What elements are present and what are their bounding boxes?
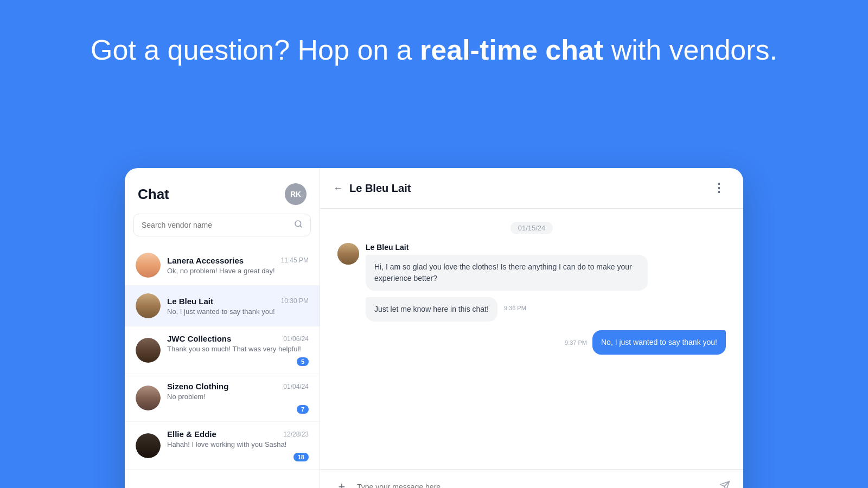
chat-preview: No problem! — [167, 393, 309, 401]
msg-content-incoming: Le Bleu Lait Hi, I am so glad you love t… — [366, 243, 648, 322]
message-group-outgoing: 9:37 PM No, I just wanted to say thank y… — [337, 330, 726, 357]
svg-line-1 — [300, 226, 302, 227]
unread-badge: 7 — [297, 405, 309, 414]
msg-bubble-outgoing: No, I just wanted to say thank you! — [592, 330, 726, 355]
hero-text-before: Got a question? Hop on a — [91, 34, 420, 66]
msg-bubble-2: Just let me know here in this chat! — [366, 297, 497, 322]
message-input-area: + — [320, 469, 743, 488]
chat-time: 12/28/23 — [283, 431, 309, 438]
msg-sender-name: Le Bleu Lait — [366, 243, 648, 252]
msg-avatar-lebleu — [337, 243, 359, 265]
chat-info-jwc: JWC Collections 01/06/24 Thank you so mu… — [167, 334, 309, 366]
chat-header-name: Le Bleu Lait — [349, 182, 411, 195]
chat-info-lebleu: Le Bleu Lait 10:30 PM No, I just wanted … — [167, 297, 309, 316]
chat-name: Le Bleu Lait — [167, 297, 213, 306]
back-arrow-icon[interactable]: ← — [333, 183, 343, 194]
avatar-ellie — [136, 433, 161, 458]
message-group-incoming: Le Bleu Lait Hi, I am so glad you love t… — [337, 243, 726, 322]
avatar-lebleu — [136, 293, 161, 318]
chat-header: ← Le Bleu Lait ⋮ — [320, 168, 743, 209]
chat-name: JWC Collections — [167, 334, 231, 343]
chat-header-left: ← Le Bleu Lait — [333, 182, 411, 195]
chat-preview: Hahah! I love working with you Sasha! — [167, 440, 309, 448]
chat-info-sizeno: Sizeno Clothing 01/04/24 No problem! 7 — [167, 382, 309, 414]
msg-time-1: 9:36 PM — [504, 305, 526, 311]
chat-info-ellie: Ellie & Eddie 12/28/23 Hahah! I love wor… — [167, 429, 309, 461]
chat-name: Lanera Accessories — [167, 256, 244, 265]
chat-name-row: Sizeno Clothing 01/04/24 — [167, 382, 309, 391]
search-input[interactable] — [142, 221, 290, 229]
chat-time: 01/04/24 — [283, 383, 309, 390]
attach-button[interactable]: + — [333, 478, 350, 488]
hero-text-after: with vendors. — [603, 34, 777, 66]
msg-bubble-1: Hi, I am so glad you love the clothes! I… — [366, 255, 648, 291]
messages-area: 01/15/24 Le Bleu Lait Hi, I am so glad y… — [320, 209, 743, 469]
chat-item-sizeno[interactable]: Sizeno Clothing 01/04/24 No problem! 7 — [125, 374, 320, 422]
chat-item-jwc[interactable]: JWC Collections 01/06/24 Thank you so mu… — [125, 326, 320, 374]
second-message-row: Just let me know here in this chat! 9:36… — [366, 294, 648, 322]
chat-name-row: Ellie & Eddie 12/28/23 — [167, 429, 309, 439]
chat-sidebar: Chat RK — [125, 168, 320, 488]
date-divider: 01/15/24 — [510, 222, 553, 234]
main-chat-panel: ← Le Bleu Lait ⋮ 01/15/24 Le Bleu Lait H… — [320, 168, 743, 488]
hero-headline: Got a question? Hop on a real-time chat … — [22, 33, 846, 68]
chat-time: 01/06/24 — [283, 335, 309, 343]
outgoing-time-row: 9:37 PM No, I just wanted to say thank y… — [565, 330, 726, 355]
more-icon: ⋮ — [713, 181, 726, 195]
chat-name: Sizeno Clothing — [167, 382, 228, 391]
sidebar-title: Chat — [138, 186, 169, 203]
chat-preview: No, I just wanted to say thank you! — [167, 307, 309, 316]
chat-preview: Thank you so much! That was very helpful… — [167, 345, 309, 353]
search-icon — [294, 220, 303, 230]
avatar-lanera — [136, 253, 161, 278]
user-avatar: RK — [285, 183, 307, 205]
more-options-button[interactable]: ⋮ — [709, 179, 730, 197]
chat-name-row: Le Bleu Lait 10:30 PM — [167, 297, 309, 306]
search-box[interactable] — [133, 214, 311, 236]
send-button[interactable] — [719, 480, 730, 489]
chat-preview: Ok, no problem! Have a great day! — [167, 267, 309, 275]
chat-name: Ellie & Eddie — [167, 429, 216, 439]
chat-item-lebleu[interactable]: Le Bleu Lait 10:30 PM No, I just wanted … — [125, 286, 320, 326]
unread-badge: 18 — [293, 453, 309, 461]
send-icon — [719, 480, 730, 489]
chat-window: Chat RK — [125, 168, 743, 488]
chat-time: 10:30 PM — [281, 297, 309, 305]
search-wrapper — [125, 214, 320, 245]
chat-name-row: JWC Collections 01/06/24 — [167, 334, 309, 343]
msg-time-2: 9:37 PM — [565, 339, 587, 346]
chat-list: Lanera Accessories 11:45 PM Ok, no probl… — [125, 245, 320, 488]
chat-name-row: Lanera Accessories 11:45 PM — [167, 256, 309, 265]
sidebar-header: Chat RK — [125, 168, 320, 214]
chat-item-lanera[interactable]: Lanera Accessories 11:45 PM Ok, no probl… — [125, 245, 320, 286]
chat-info-lanera: Lanera Accessories 11:45 PM Ok, no probl… — [167, 256, 309, 275]
unread-badge: 5 — [297, 357, 309, 366]
avatar-jwc — [136, 338, 161, 363]
hero-section: Got a question? Hop on a real-time chat … — [0, 0, 868, 84]
message-input[interactable] — [357, 483, 713, 488]
chat-time: 11:45 PM — [281, 256, 309, 264]
chat-item-ellie[interactable]: Ellie & Eddie 12/28/23 Hahah! I love wor… — [125, 422, 320, 470]
hero-text-bold: real-time chat — [420, 34, 603, 66]
avatar-sizeno — [136, 386, 161, 410]
